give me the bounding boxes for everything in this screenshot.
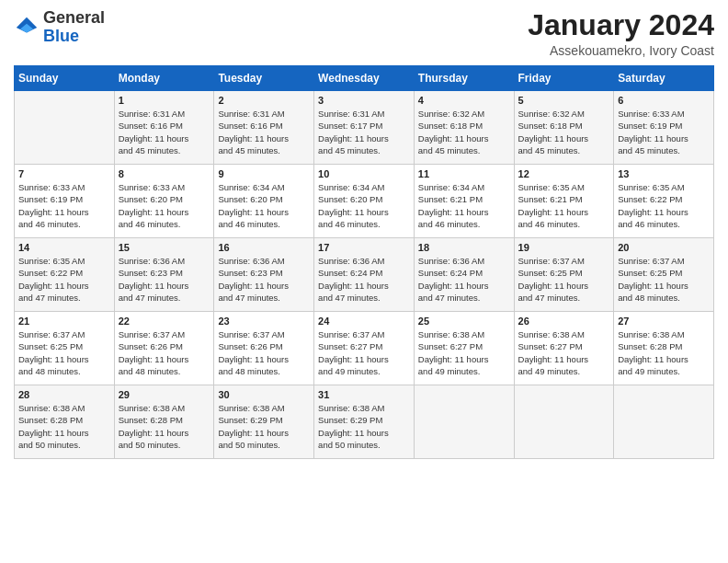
day-info: Sunrise: 6:38 AMSunset: 6:29 PMDaylight:… — [218, 402, 310, 451]
day-info: Sunrise: 6:32 AMSunset: 6:18 PMDaylight:… — [518, 108, 610, 156]
week-row-3: 14Sunrise: 6:35 AMSunset: 6:22 PMDayligh… — [15, 238, 714, 312]
day-number: 29 — [119, 389, 210, 400]
calendar-table: SundayMondayTuesdayWednesdayThursdayFrid… — [14, 65, 714, 459]
day-number: 15 — [119, 242, 210, 253]
day-cell: 17Sunrise: 6:36 AMSunset: 6:24 PMDayligh… — [314, 238, 415, 312]
day-info: Sunrise: 6:37 AMSunset: 6:25 PMDaylight:… — [18, 328, 110, 377]
day-number: 16 — [218, 242, 310, 253]
day-cell: 22Sunrise: 6:37 AMSunset: 6:26 PMDayligh… — [114, 312, 214, 385]
day-info: Sunrise: 6:37 AMSunset: 6:26 PMDaylight:… — [218, 328, 310, 377]
day-number: 22 — [119, 316, 210, 327]
title-area: January 2024 Assekouamekro, Ivory Coast — [528, 9, 714, 58]
day-info: Sunrise: 6:32 AMSunset: 6:18 PMDaylight:… — [418, 108, 510, 156]
day-cell: 3Sunrise: 6:31 AMSunset: 6:17 PMDaylight… — [314, 91, 415, 165]
week-row-2: 7Sunrise: 6:33 AMSunset: 6:19 PMDaylight… — [15, 165, 714, 238]
day-number: 12 — [518, 168, 610, 179]
day-cell: 30Sunrise: 6:38 AMSunset: 6:29 PMDayligh… — [214, 385, 314, 459]
logo: General Blue — [14, 9, 105, 46]
day-info: Sunrise: 6:37 AMSunset: 6:25 PMDaylight:… — [618, 255, 710, 304]
day-cell: 7Sunrise: 6:33 AMSunset: 6:19 PMDaylight… — [15, 165, 115, 238]
day-info: Sunrise: 6:35 AMSunset: 6:22 PMDaylight:… — [18, 255, 110, 304]
day-number: 7 — [18, 168, 110, 179]
day-info: Sunrise: 6:36 AMSunset: 6:24 PMDaylight:… — [418, 255, 510, 304]
week-row-5: 28Sunrise: 6:38 AMSunset: 6:28 PMDayligh… — [15, 385, 714, 459]
day-cell: 23Sunrise: 6:37 AMSunset: 6:26 PMDayligh… — [214, 312, 314, 385]
day-cell: 25Sunrise: 6:38 AMSunset: 6:27 PMDayligh… — [414, 312, 514, 385]
day-number: 19 — [518, 242, 610, 253]
day-info: Sunrise: 6:31 AMSunset: 6:16 PMDaylight:… — [218, 108, 310, 156]
day-info: Sunrise: 6:38 AMSunset: 6:28 PMDaylight:… — [618, 328, 710, 377]
day-number: 11 — [418, 168, 510, 179]
day-cell: 31Sunrise: 6:38 AMSunset: 6:29 PMDayligh… — [314, 385, 415, 459]
day-number: 10 — [318, 168, 410, 179]
day-info: Sunrise: 6:34 AMSunset: 6:20 PMDaylight:… — [218, 181, 310, 230]
day-cell: 11Sunrise: 6:34 AMSunset: 6:21 PMDayligh… — [414, 165, 514, 238]
day-cell: 13Sunrise: 6:35 AMSunset: 6:22 PMDayligh… — [614, 165, 714, 238]
day-cell: 20Sunrise: 6:37 AMSunset: 6:25 PMDayligh… — [614, 238, 714, 312]
day-header-tuesday: Tuesday — [214, 66, 314, 91]
day-cell: 15Sunrise: 6:36 AMSunset: 6:23 PMDayligh… — [114, 238, 214, 312]
location: Assekouamekro, Ivory Coast — [528, 43, 714, 58]
day-cell: 26Sunrise: 6:38 AMSunset: 6:27 PMDayligh… — [514, 312, 614, 385]
day-info: Sunrise: 6:38 AMSunset: 6:27 PMDaylight:… — [518, 328, 610, 377]
day-number: 8 — [119, 168, 210, 179]
day-info: Sunrise: 6:33 AMSunset: 6:19 PMDaylight:… — [618, 108, 710, 156]
day-cell: 8Sunrise: 6:33 AMSunset: 6:20 PMDaylight… — [114, 165, 214, 238]
day-number: 27 — [618, 316, 710, 327]
logo-text: General Blue — [43, 9, 105, 46]
day-info: Sunrise: 6:36 AMSunset: 6:23 PMDaylight:… — [119, 255, 210, 304]
day-number: 28 — [18, 389, 110, 400]
day-cell: 6Sunrise: 6:33 AMSunset: 6:19 PMDaylight… — [614, 91, 714, 165]
day-cell: 24Sunrise: 6:37 AMSunset: 6:27 PMDayligh… — [314, 312, 415, 385]
month-year: January 2024 — [528, 9, 714, 41]
day-header-sunday: Sunday — [15, 66, 115, 91]
day-info: Sunrise: 6:35 AMSunset: 6:21 PMDaylight:… — [518, 181, 610, 230]
day-cell: 10Sunrise: 6:34 AMSunset: 6:20 PMDayligh… — [314, 165, 415, 238]
logo-blue: Blue — [43, 27, 79, 45]
day-number: 18 — [418, 242, 510, 253]
day-cell: 1Sunrise: 6:31 AMSunset: 6:16 PMDaylight… — [114, 91, 214, 165]
day-info: Sunrise: 6:31 AMSunset: 6:16 PMDaylight:… — [119, 108, 210, 156]
day-info: Sunrise: 6:38 AMSunset: 6:28 PMDaylight:… — [18, 402, 110, 451]
day-number: 20 — [618, 242, 710, 253]
day-cell: 28Sunrise: 6:38 AMSunset: 6:28 PMDayligh… — [15, 385, 115, 459]
day-number: 2 — [218, 95, 310, 106]
day-info: Sunrise: 6:38 AMSunset: 6:28 PMDaylight:… — [119, 402, 210, 451]
day-cell: 14Sunrise: 6:35 AMSunset: 6:22 PMDayligh… — [15, 238, 115, 312]
day-number: 25 — [418, 316, 510, 327]
day-cell: 21Sunrise: 6:37 AMSunset: 6:25 PMDayligh… — [15, 312, 115, 385]
day-cell: 16Sunrise: 6:36 AMSunset: 6:23 PMDayligh… — [214, 238, 314, 312]
day-cell: 27Sunrise: 6:38 AMSunset: 6:28 PMDayligh… — [614, 312, 714, 385]
day-number: 24 — [318, 316, 410, 327]
header-row: SundayMondayTuesdayWednesdayThursdayFrid… — [15, 66, 714, 91]
day-info: Sunrise: 6:36 AMSunset: 6:23 PMDaylight:… — [218, 255, 310, 304]
day-number: 3 — [318, 95, 410, 106]
day-header-wednesday: Wednesday — [314, 66, 415, 91]
day-header-saturday: Saturday — [614, 66, 714, 91]
day-cell — [614, 385, 714, 459]
day-info: Sunrise: 6:38 AMSunset: 6:27 PMDaylight:… — [418, 328, 510, 377]
day-info: Sunrise: 6:35 AMSunset: 6:22 PMDaylight:… — [618, 181, 710, 230]
week-row-1: 1Sunrise: 6:31 AMSunset: 6:16 PMDaylight… — [15, 91, 714, 165]
day-number: 21 — [18, 316, 110, 327]
day-cell: 19Sunrise: 6:37 AMSunset: 6:25 PMDayligh… — [514, 238, 614, 312]
day-info: Sunrise: 6:33 AMSunset: 6:19 PMDaylight:… — [18, 181, 110, 230]
header: General Blue January 2024 Assekouamekro,… — [14, 9, 714, 58]
day-number: 31 — [318, 389, 410, 400]
day-info: Sunrise: 6:37 AMSunset: 6:27 PMDaylight:… — [318, 328, 410, 377]
day-number: 14 — [18, 242, 110, 253]
day-cell: 29Sunrise: 6:38 AMSunset: 6:28 PMDayligh… — [114, 385, 214, 459]
day-number: 5 — [518, 95, 610, 106]
day-number: 1 — [119, 95, 210, 106]
day-info: Sunrise: 6:34 AMSunset: 6:20 PMDaylight:… — [318, 181, 410, 230]
week-row-4: 21Sunrise: 6:37 AMSunset: 6:25 PMDayligh… — [15, 312, 714, 385]
day-number: 26 — [518, 316, 610, 327]
day-number: 4 — [418, 95, 510, 106]
day-cell: 12Sunrise: 6:35 AMSunset: 6:21 PMDayligh… — [514, 165, 614, 238]
logo-general: General — [43, 8, 105, 27]
day-number: 13 — [618, 168, 710, 179]
day-cell: 18Sunrise: 6:36 AMSunset: 6:24 PMDayligh… — [414, 238, 514, 312]
day-header-thursday: Thursday — [414, 66, 514, 91]
day-header-friday: Friday — [514, 66, 614, 91]
day-cell — [15, 91, 115, 165]
